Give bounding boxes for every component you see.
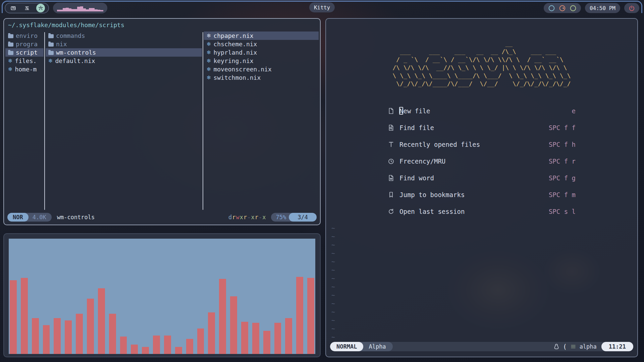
menu-item-label: Find word <box>399 174 434 182</box>
workspace-button[interactable] <box>9 4 17 12</box>
file-row[interactable]: hyprland.nix <box>204 48 319 57</box>
visualizer-bar <box>83 8 86 11</box>
visualizer-bar <box>80 6 83 11</box>
file-type-icon <box>8 34 13 38</box>
file-name: files. <box>15 57 37 64</box>
file-row[interactable]: chscheme.nix <box>204 40 319 48</box>
preview-column: chpaper.nix chscheme.nix hyprland.nix ke… <box>204 32 319 210</box>
file-row[interactable]: chpaper.nix <box>204 32 319 40</box>
dashboard-menu-item[interactable]: Find file SPC f f <box>388 119 576 136</box>
dashboard-menu-item[interactable]: Jump to bookmarks SPC f m <box>388 186 576 203</box>
dashboard-ascii-logo: __ ___ ___ ___ __ __ /\_\ ___ ___ / _ `\… <box>392 40 571 88</box>
file-type-icon <box>207 58 211 64</box>
file-type-icon <box>48 43 54 47</box>
file-name: nix <box>56 41 67 48</box>
current-directory-column: commands nix wm-controls default.nix <box>46 32 202 210</box>
tilde-line: ~ <box>331 257 335 266</box>
file-row[interactable]: files. <box>5 57 44 65</box>
neovim-window[interactable]: __ ___ ___ ___ __ __ /\_\ ___ ___ / _ `\… <box>325 18 638 357</box>
chart-bar <box>153 336 160 354</box>
dashboard-menu-item[interactable]: Open last session SPC s l <box>388 203 576 220</box>
file-type-icon <box>207 50 211 55</box>
topbar-left-group <box>5 3 107 13</box>
chart-bar <box>131 345 138 354</box>
dashboard-menu-item[interactable]: Find word SPC f g <box>388 170 576 186</box>
file-row[interactable]: commands <box>46 32 202 40</box>
window-title-text: Kitty <box>314 4 330 11</box>
file-name: default.nix <box>55 57 95 64</box>
file-name: chscheme.nix <box>213 41 257 48</box>
workspace-button[interactable] <box>22 4 31 12</box>
menu-item-shortcut: SPC f g <box>549 174 576 182</box>
dashboard-menu-item[interactable]: Frecency/MRU SPC f r <box>388 153 576 170</box>
workspace-cjk-icon <box>24 5 30 11</box>
file-name: progra <box>16 41 38 48</box>
file-name: moveonscreen.nix <box>213 66 271 73</box>
tilde-line: ~ <box>331 266 335 274</box>
indicator-ring-icon[interactable] <box>558 4 566 12</box>
visualizer-bar <box>71 9 74 11</box>
power-icon <box>629 5 635 11</box>
file-row[interactable]: wm-controls <box>46 48 202 57</box>
bar-chart <box>9 239 315 354</box>
chart-bar <box>230 296 237 354</box>
file-type-icon <box>8 51 13 55</box>
visualizer-bar <box>63 8 66 11</box>
chart-bar <box>197 328 204 354</box>
menu-lines-icon <box>570 344 576 350</box>
menu-item-shortcut: e <box>572 107 576 115</box>
empty-buffer-lines: ~~~~~~~~~~~~~~ <box>331 224 335 341</box>
file-name: script <box>16 49 38 56</box>
file-type-icon <box>48 34 54 38</box>
paren-glyph: ( <box>563 343 567 350</box>
indicator-ring-icon[interactable] <box>548 4 555 12</box>
chart-bar <box>274 323 281 354</box>
power-button[interactable] <box>624 3 639 13</box>
visualizer-bar <box>60 10 63 11</box>
file-row[interactable]: moveonscreen.nix <box>204 65 319 73</box>
visualizer-bar <box>86 9 89 11</box>
file-type-icon <box>48 58 53 64</box>
chart-bar <box>65 320 72 354</box>
file-type-icon <box>8 58 12 64</box>
current-path: ~/.sysflake/modules/home/scripts <box>8 21 124 28</box>
menu-item-label: Find file <box>399 124 434 131</box>
file-name: home-m <box>15 66 37 73</box>
file-manager-columns: enviro progra script files. home-m <box>5 32 319 210</box>
file-type-icon <box>207 67 211 72</box>
statusline-clock: 11:21 <box>601 342 633 351</box>
menu-item-icon <box>388 124 394 131</box>
chart-bar <box>208 312 215 354</box>
chart-bar <box>120 337 127 354</box>
file-name: switchmon.nix <box>213 74 261 81</box>
file-row[interactable]: script <box>5 48 44 57</box>
file-row[interactable]: enviro <box>5 32 44 40</box>
file-row[interactable]: default.nix <box>46 57 202 65</box>
mode-badge: NOR <box>7 213 29 222</box>
file-row[interactable]: keyring.nix <box>204 57 319 65</box>
chart-bar <box>241 322 248 354</box>
menu-item-shortcut: SPC f f <box>549 124 576 131</box>
visualizer-window[interactable] <box>3 233 321 357</box>
tilde-line: ~ <box>331 274 335 283</box>
file-row[interactable]: switchmon.nix <box>204 73 319 82</box>
file-manager-statusbar: NOR 4.0K wm-controls drwxr-xr-x 75% 3/4 <box>7 213 317 222</box>
dashboard-menu-item[interactable]: New file e <box>388 103 576 119</box>
dashboard-menu-item[interactable]: Recently opened files SPC f h <box>388 136 576 153</box>
tilde-line: ~ <box>331 333 335 341</box>
indicator-ring-icon[interactable] <box>569 4 577 12</box>
chart-bar <box>32 318 39 354</box>
file-row[interactable]: progra <box>5 40 44 48</box>
permission-char: x <box>251 214 255 221</box>
file-name: keyring.nix <box>213 57 253 64</box>
menu-item-shortcut: SPC s l <box>549 208 576 215</box>
menu-item-shortcut: SPC f h <box>549 141 576 148</box>
statusline-filler <box>393 342 554 351</box>
file-manager-window[interactable]: ~/.sysflake/modules/home/scripts enviro … <box>3 18 321 225</box>
selected-entry-name: wm-controls <box>57 214 95 221</box>
file-row[interactable]: home-m <box>5 65 44 73</box>
workspace-button[interactable] <box>36 4 45 12</box>
file-row[interactable]: nix <box>46 40 202 48</box>
chart-bar <box>21 278 28 354</box>
parent-directory-column: enviro progra script files. home-m <box>5 32 44 210</box>
